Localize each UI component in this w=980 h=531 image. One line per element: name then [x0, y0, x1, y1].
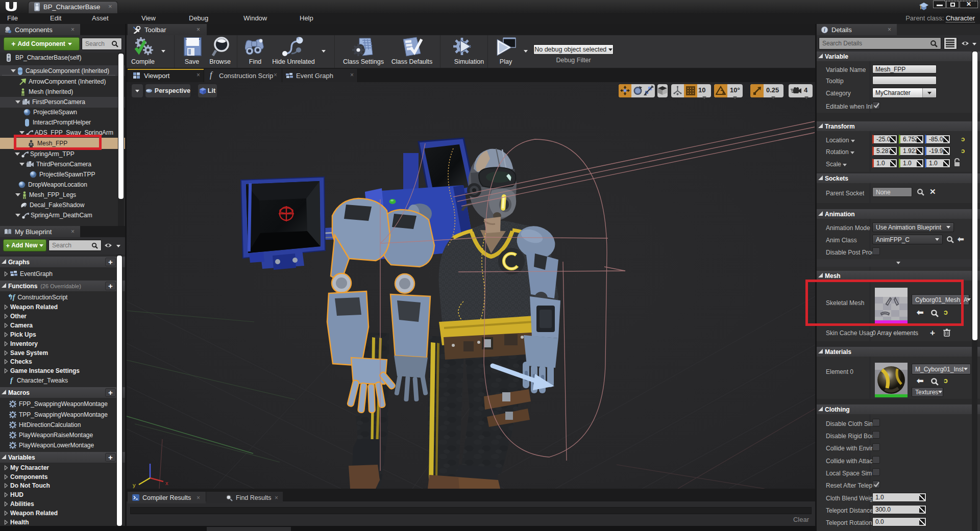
svg-text:i: i	[824, 27, 825, 33]
svg-text:y: y	[133, 482, 136, 488]
svg-text:x: x	[165, 480, 168, 486]
